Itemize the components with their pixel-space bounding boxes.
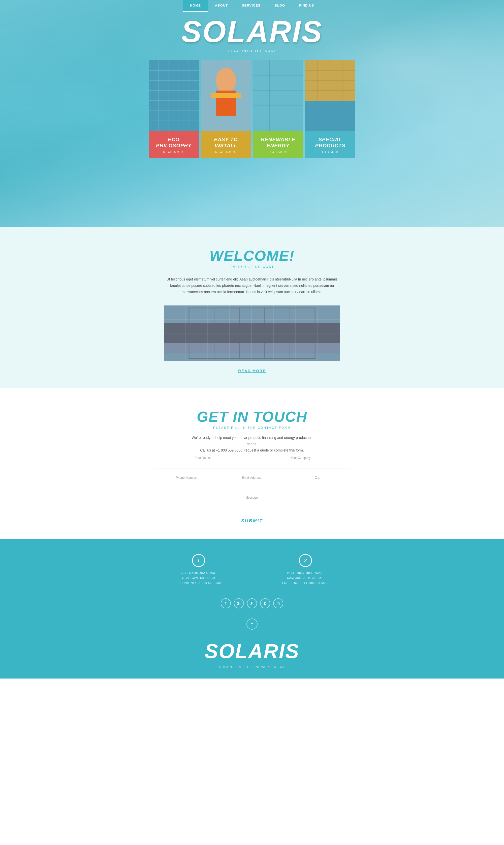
phone-field: Phone Number: [154, 473, 219, 488]
install-card-title: EASY TOINSTALL [214, 136, 238, 149]
install-card-label: EASY TOINSTALL READ MORE [201, 131, 251, 158]
hero-card-eco[interactable]: ECOPHILOSOPHY READ MORE [149, 60, 199, 158]
footer-logo: SOLARIS [0, 640, 504, 663]
footer-locations: 1 3901 MARMORA ROAD, GLASGOW, D04 89GR F… [0, 554, 504, 585]
welcome-section: WELCOME! ENERGY AT NO COST Ut telloribus… [0, 227, 504, 388]
hero-card-img-solar [149, 60, 199, 131]
svg-point-51 [251, 604, 252, 605]
hero-card-special[interactable]: SPECIALPRODUCTS READ MORE [305, 60, 355, 158]
svg-rect-24 [305, 101, 355, 131]
renewable-card-label: RENEWABLEENERGY READ MORE [253, 131, 303, 158]
location-1: 1 3901 MARMORA ROAD, GLASGOW, D04 89GR F… [176, 554, 222, 585]
svg-rect-33 [164, 343, 340, 353]
eco-card-label: ECOPHILOSOPHY READ MORE [149, 131, 199, 158]
contact-description: We're ready to help meet your solar prod… [189, 435, 315, 454]
contact-section: GET IN TOUCH PLEASE FILL IN THE CONTACT … [0, 388, 504, 539]
phone-label: Phone Number: [154, 476, 219, 480]
name-input[interactable] [154, 461, 252, 465]
welcome-subtitle: ENERGY AT NO COST [0, 265, 504, 269]
hero-card-img-rooftop [305, 60, 355, 131]
location-1-number: 1 [192, 554, 205, 567]
name-company-row: Your Name: Your Company: [154, 453, 350, 468]
social-rss[interactable] [247, 598, 257, 608]
email-input[interactable] [219, 481, 285, 485]
special-card-read-more[interactable]: READ MORE [320, 151, 341, 154]
renewable-card-read-more[interactable]: READ MORE [267, 151, 289, 154]
nav-find-us[interactable]: FIND US [292, 0, 321, 12]
footer-social: f g+ p in [0, 598, 504, 608]
name-field: Your Name: [154, 453, 252, 468]
special-card-label: SPECIALPRODUCTS READ MORE [305, 131, 355, 158]
footer-copy: SOLARIS • © 2013 • PRIVACY POLICY [0, 666, 504, 669]
submit-button[interactable]: SUBMIT [241, 518, 263, 524]
nav-home[interactable]: HOME [183, 0, 208, 12]
install-card-read-more[interactable]: READ MORE [215, 151, 237, 154]
location-1-text: 3901 MARMORA ROAD, GLASGOW, D04 89GR FRE… [176, 571, 222, 585]
zip-input[interactable] [285, 481, 350, 485]
svg-rect-22 [253, 60, 303, 131]
location-2-text: 9863 - 9867 MILL ROAD, CAMBRIDGE, MG08 9… [282, 571, 328, 585]
scroll-top-button[interactable] [247, 619, 257, 630]
company-input[interactable] [252, 461, 350, 465]
social-facebook[interactable]: f [221, 598, 231, 608]
zip-label: Zip: [285, 476, 350, 480]
read-more-link[interactable]: READ MORE [0, 368, 504, 373]
svg-rect-14 [211, 93, 241, 98]
hero-section: HOME ABOUT SERVICES BLOG FIND US SOLARIS… [0, 0, 504, 227]
eco-card-title: ECOPHILOSOPHY [156, 136, 192, 149]
special-card-title: SPECIALPRODUCTS [315, 136, 345, 149]
message-label: Message: [154, 496, 350, 499]
nav-blog[interactable]: BLOG [268, 0, 292, 12]
welcome-image [164, 306, 340, 361]
social-pinterest[interactable]: p [260, 598, 270, 608]
welcome-title: WELCOME! [0, 247, 504, 264]
hero-card-img-roof [253, 60, 303, 131]
social-google[interactable]: g+ [234, 598, 244, 608]
nav-services[interactable]: SERVICES [235, 0, 268, 12]
hero-card-img-worker [201, 60, 251, 131]
renewable-card-title: RENEWABLEENERGY [261, 136, 295, 149]
hero-card-renewable[interactable]: RENEWABLEENERGY READ MORE [253, 60, 303, 158]
nav-about[interactable]: ABOUT [208, 0, 235, 12]
phone-email-zip-row: Phone Number: Email Address: Zip: [154, 473, 350, 488]
social-linkedin[interactable]: in [273, 598, 283, 608]
company-field: Your Company: [252, 453, 350, 468]
svg-point-12 [216, 68, 236, 93]
message-input[interactable] [154, 501, 350, 505]
location-2: 2 9863 - 9867 MILL ROAD, CAMBRIDGE, MG08… [282, 554, 328, 585]
brand-tagline: PLUG INTO THE SUN! [228, 49, 276, 53]
location-2-number: 2 [299, 554, 312, 567]
footer: 1 3901 MARMORA ROAD, GLASGOW, D04 89GR F… [0, 539, 504, 678]
hero-cards-container: ECOPHILOSOPHY READ MORE EASY TOINSTALL R… [149, 60, 355, 158]
contact-title: GET IN TOUCH [0, 408, 504, 425]
eco-card-read-more[interactable]: READ MORE [163, 151, 184, 154]
brand-logo: SOLARIS [181, 14, 323, 49]
welcome-text: Ut telloribus eget elemetum vel curleif … [164, 276, 340, 295]
welcome-image-inner [164, 306, 340, 361]
phone-input[interactable] [154, 481, 219, 485]
message-field: Message: [154, 494, 350, 508]
zip-field: Zip: [285, 473, 350, 488]
main-nav: HOME ABOUT SERVICES BLOG FIND US [183, 0, 321, 12]
svg-rect-0 [149, 60, 199, 131]
email-field: Email Address: [219, 473, 285, 488]
email-label: Email Address: [219, 476, 285, 480]
company-label: Your Company: [252, 456, 350, 460]
contact-subtitle: PLEASE FILL IN THE CONTACT FORM [0, 426, 504, 430]
hero-card-install[interactable]: EASY TOINSTALL READ MORE [201, 60, 251, 158]
contact-form: Your Name: Your Company: Phone Number: E… [154, 453, 350, 524]
name-label: Your Name: [154, 456, 252, 460]
